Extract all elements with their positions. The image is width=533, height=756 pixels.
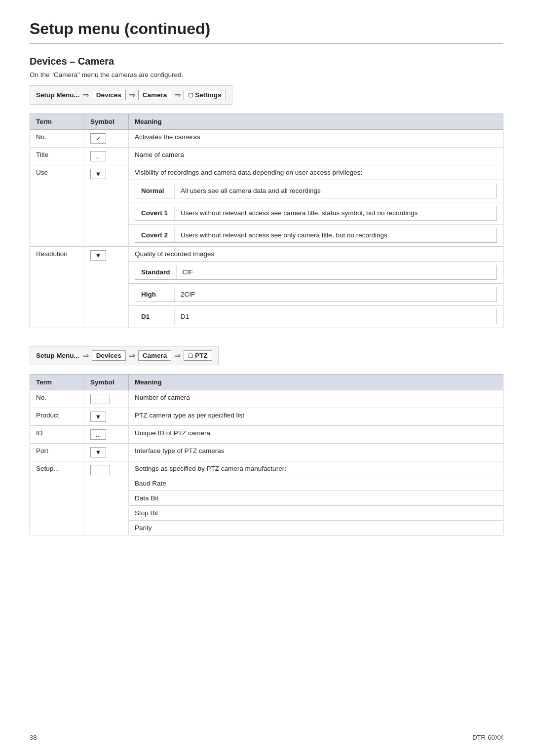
dropdown-icon-product: ▼	[90, 412, 106, 422]
term2-setup: Setup...	[30, 461, 84, 535]
table1-header-row: Term Symbol Meaning	[30, 114, 503, 130]
arrow-icon-6: ⇒	[174, 351, 181, 360]
symbol-use: ▼	[84, 165, 129, 247]
ptz-doc-icon: ▢	[188, 352, 193, 359]
arrow-icon-2: ⇒	[129, 90, 135, 100]
meaning2-no: Number of camera	[129, 390, 503, 408]
term-resolution: Resolution	[30, 247, 84, 328]
table-row: Use ▼ Visibility of recordings and camer…	[30, 165, 503, 180]
footer-page-number: 38	[30, 734, 37, 741]
breadcrumb2-devices: Devices	[92, 350, 126, 361]
col-symbol-1: Symbol	[84, 114, 129, 130]
meaning-use-normal: NormalAll users see all camera data and …	[129, 180, 503, 202]
breadcrumb2-ptz: ▢ PTZ	[184, 350, 212, 361]
col2-term: Term	[30, 375, 84, 390]
breadcrumb-settings: ▢ Settings	[184, 90, 226, 100]
meaning-use-main: Visibility of recordings and camera data…	[129, 165, 503, 180]
section-devices-camera: Devices – Camera On the "Camera" menu th…	[30, 56, 503, 328]
dropdown-icon-resolution: ▼	[90, 250, 106, 261]
table-2: Term Symbol Meaning No. Number of camera…	[30, 374, 503, 535]
term2-port: Port	[30, 444, 84, 461]
table-row: Product ▼ PTZ camera type as per specifi…	[30, 408, 503, 426]
meaning-use-covert2: Covert 2Users without relevant access se…	[129, 225, 503, 247]
meaning2-baud-rate: Baud Rate	[129, 476, 503, 491]
meaning2-id: Unique ID of PTZ camera	[129, 426, 503, 444]
meaning-resolution-standard: StandardCIF	[129, 262, 503, 284]
settings-doc-icon: ▢	[188, 92, 193, 98]
checkmark-icon: ✓	[90, 133, 106, 144]
dots-icon: ...	[90, 151, 106, 161]
symbol2-setup	[84, 461, 129, 535]
symbol-dots: ...	[84, 148, 129, 165]
col-meaning-1: Meaning	[129, 114, 503, 130]
breadcrumb-devices-1: Devices	[92, 90, 126, 100]
table-row: No. Number of camera	[30, 390, 503, 408]
page-header: Setup menu (continued)	[30, 20, 503, 44]
meaning-resolution-main: Quality of recorded images	[129, 247, 503, 262]
page-title: Setup menu (continued)	[30, 20, 503, 38]
meaning-use-covert1: Covert 1Users without relevant access se…	[129, 202, 503, 225]
term-no: No.	[30, 130, 84, 148]
col-term-1: Term	[30, 114, 84, 130]
col2-symbol: Symbol	[84, 375, 129, 390]
arrow-icon-3: ⇒	[174, 90, 181, 100]
term-title: Title	[30, 148, 84, 165]
footer-model: DTR-60XX	[472, 734, 503, 741]
term2-no: No.	[30, 390, 84, 408]
symbol2-rect	[84, 390, 129, 408]
arrow-icon-4: ⇒	[82, 351, 89, 360]
term2-id: ID	[30, 426, 84, 444]
table-row: Title ... Name of camera	[30, 148, 503, 165]
rect-icon-no	[90, 394, 110, 404]
section1-intro: On the "Camera" menu the cameras are con…	[30, 71, 503, 78]
meaning-no: Activates the cameras	[129, 130, 503, 148]
term2-product: Product	[30, 408, 84, 426]
table-row: No. ✓ Activates the cameras	[30, 130, 503, 148]
meaning2-product: PTZ camera type as per specified list	[129, 408, 503, 426]
meaning-resolution-high: High2CIF	[129, 284, 503, 306]
table-1: Term Symbol Meaning No. ✓ Activates the …	[30, 113, 503, 328]
table-row: Resolution ▼ Quality of recorded images	[30, 247, 503, 262]
meaning2-setup-main: Settings as specified by PTZ camera manu…	[129, 461, 503, 476]
symbol-checkmark: ✓	[84, 130, 129, 148]
table2-header-row: Term Symbol Meaning	[30, 375, 503, 390]
table-row: Setup... Settings as specified by PTZ ca…	[30, 461, 503, 476]
page-footer: 38 DTR-60XX	[30, 734, 503, 741]
symbol2-product: ▼	[84, 408, 129, 426]
breadcrumb-2: Setup Menu... ⇒ Devices ⇒ Camera ⇒ ▢ PTZ	[30, 346, 219, 365]
meaning2-parity: Parity	[129, 521, 503, 535]
breadcrumb-setup-menu: Setup Menu...	[36, 91, 79, 99]
symbol2-id: ...	[84, 426, 129, 444]
meaning2-port: Interface type of PTZ cameras	[129, 444, 503, 461]
dots-icon-id: ...	[90, 429, 106, 440]
section1-title: Devices – Camera	[30, 56, 503, 67]
term-use: Use	[30, 165, 84, 247]
breadcrumb-camera-1: Camera	[138, 90, 172, 100]
dropdown-icon-use: ▼	[90, 169, 106, 179]
breadcrumb2-camera: Camera	[138, 350, 172, 361]
meaning2-data-bit: Data Bit	[129, 491, 503, 506]
meaning-title: Name of camera	[129, 148, 503, 165]
section-devices-camera-ptz: Setup Menu... ⇒ Devices ⇒ Camera ⇒ ▢ PTZ…	[30, 346, 503, 535]
symbol2-port: ▼	[84, 444, 129, 461]
meaning-resolution-d1: D1D1	[129, 306, 503, 328]
breadcrumb2-setup-menu: Setup Menu...	[36, 352, 79, 359]
col2-meaning: Meaning	[129, 375, 503, 390]
meaning2-stop-bit: Stop Bit	[129, 506, 503, 521]
rect-icon-setup	[90, 465, 110, 475]
breadcrumb-1: Setup Menu... ⇒ Devices ⇒ Camera ⇒ ▢ Set…	[30, 85, 232, 105]
arrow-icon-5: ⇒	[129, 351, 135, 360]
table-row: ID ... Unique ID of PTZ camera	[30, 426, 503, 444]
arrow-icon-1: ⇒	[82, 90, 89, 100]
table-row: Port ▼ Interface type of PTZ cameras	[30, 444, 503, 461]
symbol-resolution: ▼	[84, 247, 129, 328]
dropdown-icon-port: ▼	[90, 447, 106, 457]
